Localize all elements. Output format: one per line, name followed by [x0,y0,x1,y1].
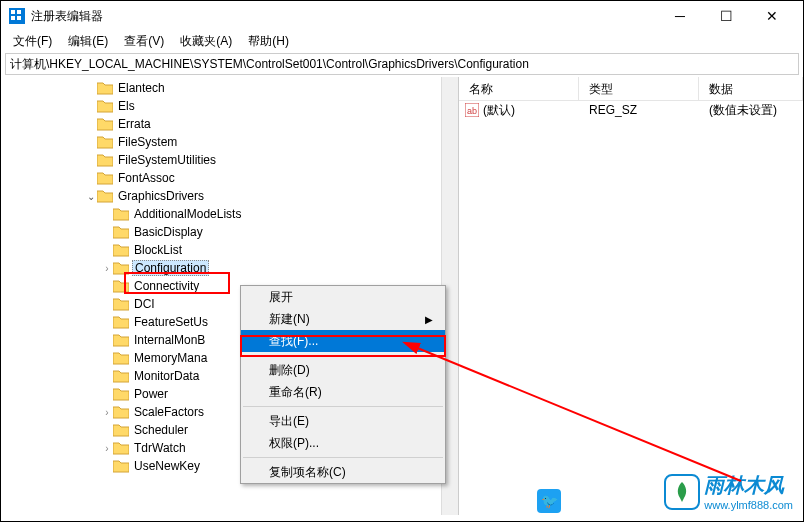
tree-label: MemoryMana [132,351,209,365]
tree-label: FeatureSetUs [132,315,210,329]
tree-label: FileSystem [116,135,179,149]
context-menu-item[interactable]: 权限(P)... [241,432,445,454]
twitter-icon: 🐦 [537,489,561,513]
tree-label: MonitorData [132,369,201,383]
context-menu-item[interactable]: 查找(F)... [241,330,445,352]
tree-label: GraphicsDrivers [116,189,206,203]
tree-label: Scheduler [132,423,190,437]
context-menu-separator [243,406,443,407]
maximize-button[interactable]: ☐ [703,1,749,31]
tree-label: FileSystemUtilities [116,153,218,167]
context-menu-item[interactable]: 展开 [241,286,445,308]
tree-item[interactable]: Errata [1,115,458,133]
col-name-header[interactable]: 名称 [459,77,579,100]
watermark-logo: 雨林木风 www.ylmf888.com [664,472,793,511]
tree-label: Errata [116,117,153,131]
tree-item[interactable]: Els [1,97,458,115]
menu-view[interactable]: 查看(V) [116,31,172,52]
minimize-button[interactable]: ─ [657,1,703,31]
menu-edit[interactable]: 编辑(E) [60,31,116,52]
tree-label: TdrWatch [132,441,188,455]
svg-rect-2 [17,10,21,14]
svg-rect-3 [11,16,15,20]
svg-text:ab: ab [467,106,477,116]
tree-label: Power [132,387,170,401]
tree-label: DCI [132,297,157,311]
close-button[interactable]: ✕ [749,1,795,31]
tree-label: UseNewKey [132,459,202,473]
context-menu-item[interactable]: 复制项名称(C) [241,461,445,483]
values-header: 名称 类型 数据 [459,77,803,101]
tree-item[interactable]: AdditionalModeLists [1,205,458,223]
regedit-icon [9,8,25,24]
context-menu-item[interactable]: 删除(D) [241,359,445,381]
address-bar[interactable]: 计算机\HKEY_LOCAL_MACHINE\SYSTEM\ControlSet… [5,53,799,75]
address-path: 计算机\HKEY_LOCAL_MACHINE\SYSTEM\ControlSet… [10,56,529,73]
tree-item[interactable]: FontAssoc [1,169,458,187]
values-pane: 名称 类型 数据 ab (默认) REG_SZ (数值未设置) [459,77,803,515]
tree-label: BasicDisplay [132,225,205,239]
context-menu-item[interactable]: 新建(N)▶ [241,308,445,330]
col-type-header[interactable]: 类型 [579,77,699,100]
logo-leaf-icon [664,474,700,510]
context-menu-separator [243,355,443,356]
tree-label: ScaleFactors [132,405,206,419]
context-menu-separator [243,457,443,458]
logo-brand: 雨林木风 [704,472,793,499]
tree-label: AdditionalModeLists [132,207,243,221]
context-menu-item[interactable]: 导出(E) [241,410,445,432]
tree-item[interactable]: ›Configuration [1,259,458,277]
logo-url: www.ylmf888.com [704,499,793,511]
tree-label: FontAssoc [116,171,177,185]
window-controls: ─ ☐ ✕ [657,1,795,31]
tree-item[interactable]: FileSystem [1,133,458,151]
menu-file[interactable]: 文件(F) [5,31,60,52]
value-type: REG_SZ [579,103,699,117]
context-menu: 展开新建(N)▶查找(F)...删除(D)重命名(R)导出(E)权限(P)...… [240,285,446,484]
submenu-arrow-icon: ▶ [425,314,433,325]
tree-item[interactable]: FileSystemUtilities [1,151,458,169]
menu-favorites[interactable]: 收藏夹(A) [172,31,240,52]
value-data: (数值未设置) [699,102,803,119]
menubar: 文件(F) 编辑(E) 查看(V) 收藏夹(A) 帮助(H) [1,31,803,51]
tree-label: BlockList [132,243,184,257]
value-row[interactable]: ab (默认) REG_SZ (数值未设置) [459,101,803,119]
tree-label: Elantech [116,81,167,95]
tree-item[interactable]: BlockList [1,241,458,259]
tree-label: Connectivity [132,279,201,293]
context-menu-item[interactable]: 重命名(R) [241,381,445,403]
tree-label: Configuration [132,260,209,276]
svg-rect-1 [11,10,15,14]
tree-label: InternalMonB [132,333,207,347]
value-name: (默认) [483,102,515,119]
titlebar: 注册表编辑器 ─ ☐ ✕ [1,1,803,31]
tree-label: Els [116,99,137,113]
col-data-header[interactable]: 数据 [699,77,803,100]
svg-rect-4 [17,16,21,20]
tree-item[interactable]: BasicDisplay [1,223,458,241]
menu-help[interactable]: 帮助(H) [240,31,297,52]
window-title: 注册表编辑器 [31,8,657,25]
tree-item[interactable]: ⌄GraphicsDrivers [1,187,458,205]
tree-item[interactable]: Elantech [1,79,458,97]
string-value-icon: ab [465,103,479,117]
